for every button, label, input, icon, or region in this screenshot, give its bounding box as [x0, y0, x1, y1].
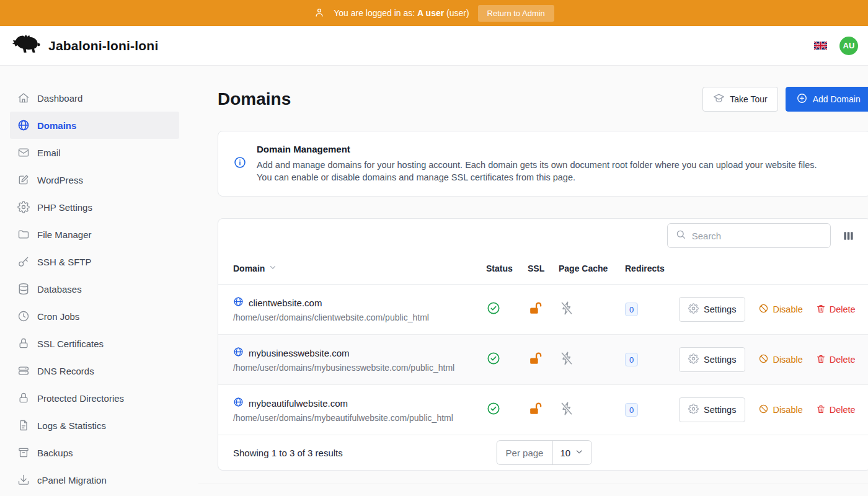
- envelope-icon: [17, 146, 30, 159]
- settings-button[interactable]: Settings: [679, 397, 745, 422]
- domain-path: /home/user/domains/mybeautifulwebsite.co…: [233, 413, 486, 423]
- sidebar-item-ssl-certificates[interactable]: SSL Certificates: [10, 330, 179, 357]
- sidebar-item-backups[interactable]: Backups: [10, 439, 179, 466]
- slash-circle-icon: [758, 404, 769, 416]
- ssl-unlocked-icon[interactable]: [528, 358, 543, 368]
- trash-icon: [816, 404, 826, 416]
- add-domain-button[interactable]: Add Domain: [786, 87, 868, 112]
- page-cache-disabled-icon[interactable]: [559, 358, 575, 368]
- sidebar-item-file-manager[interactable]: File Manager: [10, 221, 179, 248]
- redirects-count-badge[interactable]: 0: [625, 403, 638, 417]
- slash-circle-icon: [758, 353, 769, 366]
- search-box: [667, 223, 831, 248]
- key-icon: [17, 255, 30, 268]
- sidebar: Dashboard Domains Email WordPress PHP Se…: [0, 66, 198, 496]
- sidebar-item-dashboard[interactable]: Dashboard: [10, 84, 179, 112]
- disable-button[interactable]: Disable: [758, 353, 802, 366]
- table-row: clientwebsite.com /home/user/domains/cli…: [218, 285, 868, 335]
- search-icon: [675, 229, 686, 242]
- banner-message: You are logged in as: A user (user): [334, 8, 469, 18]
- globe-icon: [17, 119, 30, 131]
- lock-icon: [17, 392, 30, 404]
- disable-button[interactable]: Disable: [758, 404, 802, 416]
- settings-button[interactable]: Settings: [679, 297, 745, 322]
- banner-user-name: A user: [417, 8, 444, 18]
- globe-icon: [233, 296, 244, 309]
- content-bottom-divider: [198, 484, 868, 484]
- domain-path: /home/user/domains/mybusinesswebsite.com…: [233, 363, 486, 373]
- domain-name[interactable]: mybeautifulwebsite.com: [249, 398, 348, 409]
- results-summary: Showing 1 to 3 of 3 results: [233, 448, 343, 458]
- status-enabled-icon: [486, 407, 501, 418]
- plus-circle-icon: [796, 92, 808, 106]
- redirects-count-badge[interactable]: 0: [625, 353, 638, 366]
- sidebar-item-wordpress[interactable]: WordPress: [10, 166, 179, 193]
- sidebar-item-databases[interactable]: Databases: [10, 275, 179, 303]
- info-icon: [233, 156, 247, 172]
- slash-circle-icon: [758, 303, 769, 316]
- domains-table-card: Domain Status SSL Page Cache Redirects c…: [218, 218, 868, 471]
- lock-icon: [17, 337, 30, 350]
- delete-button[interactable]: Delete: [816, 304, 856, 316]
- column-header-ssl: SSL: [528, 264, 559, 273]
- take-tour-button[interactable]: Take Tour: [702, 87, 777, 112]
- redirects-count-badge[interactable]: 0: [625, 303, 638, 316]
- document-icon: [17, 419, 30, 432]
- per-page-label: Per page: [497, 441, 553, 464]
- domain-management-info-box: Domain Management Add and manage domains…: [218, 131, 868, 197]
- table-header-row: Domain Status SSL Page Cache Redirects: [218, 252, 868, 285]
- sidebar-item-cpanel-migration[interactable]: cPanel Migration: [10, 466, 179, 494]
- sidebar-item-logs-statistics[interactable]: Logs & Statistics: [10, 412, 179, 439]
- sort-chevron-down-icon: [268, 263, 277, 273]
- main-content: Domains Take Tour Add Domain Domain Mana…: [198, 66, 868, 496]
- globe-icon: [233, 347, 244, 359]
- info-box-body: Add and manage domains for your hosting …: [257, 159, 830, 184]
- per-page-control: Per page 10: [497, 440, 593, 465]
- server-icon: [17, 365, 30, 377]
- delete-button[interactable]: Delete: [816, 404, 856, 416]
- folder-icon: [17, 228, 30, 241]
- page-title: Domains: [218, 89, 291, 109]
- user-avatar[interactable]: AU: [839, 37, 858, 55]
- trash-icon: [816, 304, 826, 316]
- gear-icon: [688, 353, 699, 366]
- disable-button[interactable]: Disable: [758, 303, 802, 316]
- sidebar-item-protected-directories[interactable]: Protected Directories: [10, 384, 179, 412]
- status-enabled-icon: [486, 357, 501, 368]
- page-cache-disabled-icon[interactable]: [559, 308, 575, 318]
- app-header: Jabaloni-loni-loni AU: [0, 26, 868, 66]
- sidebar-item-dns-records[interactable]: DNS Records: [10, 357, 179, 384]
- database-icon: [17, 283, 30, 295]
- sidebar-item-email[interactable]: Email: [10, 139, 179, 166]
- ssl-unlocked-icon[interactable]: [528, 308, 543, 318]
- person-icon: [314, 7, 325, 20]
- clock-icon: [17, 310, 30, 322]
- page-cache-disabled-icon[interactable]: [559, 408, 575, 418]
- return-to-admin-button[interactable]: Return to Admin: [478, 5, 554, 22]
- settings-button[interactable]: Settings: [679, 347, 745, 372]
- brand: Jabaloni-loni-loni: [10, 33, 158, 58]
- globe-icon: [233, 397, 244, 409]
- banner-user-role: (user): [446, 8, 469, 18]
- sidebar-item-ssh-sftp[interactable]: SSH & SFTP: [10, 248, 179, 275]
- home-icon: [17, 92, 30, 104]
- archive-icon: [17, 446, 30, 459]
- delete-button[interactable]: Delete: [816, 354, 856, 366]
- chevron-down-icon: [575, 447, 584, 458]
- per-page-select[interactable]: 10: [552, 441, 591, 464]
- search-input[interactable]: [692, 231, 823, 241]
- gear-icon: [688, 303, 699, 316]
- sidebar-item-php-settings[interactable]: PHP Settings: [10, 193, 179, 221]
- sidebar-item-domains[interactable]: Domains: [10, 112, 179, 139]
- sidebar-item-cron-jobs[interactable]: Cron Jobs: [10, 303, 179, 330]
- graduation-cap-icon: [713, 92, 725, 106]
- domain-path: /home/user/domains/clientwebsite.com/pub…: [233, 312, 486, 322]
- domain-name[interactable]: mybusinesswebsite.com: [249, 348, 350, 358]
- ssl-unlocked-icon[interactable]: [528, 408, 543, 418]
- column-header-domain[interactable]: Domain: [233, 263, 486, 273]
- column-header-redirects: Redirects: [625, 264, 679, 273]
- columns-icon[interactable]: [841, 229, 856, 243]
- domain-name[interactable]: clientwebsite.com: [249, 298, 322, 308]
- language-flag-icon[interactable]: [814, 41, 827, 50]
- column-header-status: Status: [486, 264, 528, 273]
